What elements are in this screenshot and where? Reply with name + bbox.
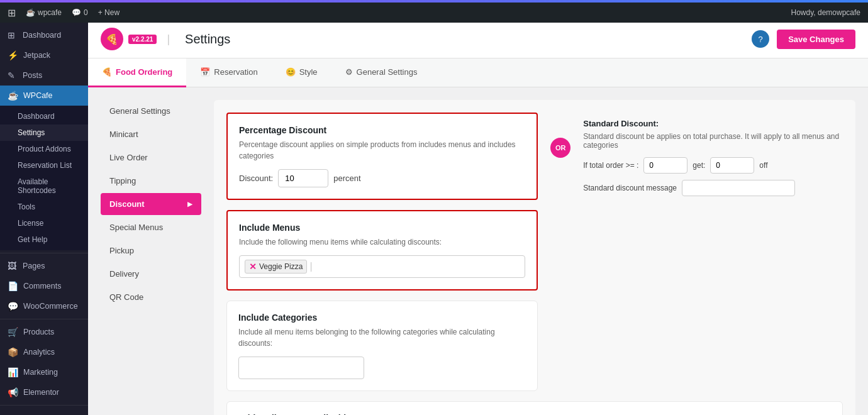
tab-general-settings-icon: ⚙ <box>345 67 353 77</box>
submenu-item-shortcodes[interactable]: Available Shortcodes <box>0 174 88 199</box>
site-name: wpcafe <box>38 8 62 17</box>
submenu-reservation-list-label: Reservation List <box>18 161 72 170</box>
admin-bar: ⊞ ☕ wpcafe 💬 0 + New Howdy, demowpcafe <box>0 3 868 23</box>
submenu-item-get-help[interactable]: Get Help <box>0 231 88 248</box>
sidebar-item-dashboard[interactable]: ⊞ Dashboard <box>0 25 88 45</box>
submenu-item-reservation-list[interactable]: Reservation List <box>0 157 88 174</box>
submenu-get-help-label: Get Help <box>18 235 47 244</box>
sidebar-item-label-marketing: Elementor <box>23 388 59 397</box>
marketing-icon: 📢 <box>8 387 18 397</box>
tabs-bar: 🍕 Food Ordering 📅 Reservation 😊 Style ⚙ … <box>88 58 868 87</box>
left-nav-qr-code[interactable]: QR Code <box>101 286 201 308</box>
tag-remove-icon[interactable]: ✕ <box>249 262 257 272</box>
sidebar-item-label-wpcafe: WPCafe <box>23 91 53 100</box>
sidebar-item-posts[interactable]: ✎ Posts <box>0 65 88 86</box>
sidebar-item-woocommerce[interactable]: 🛒 Products <box>0 322 88 342</box>
cursor-indicator: | <box>309 261 312 272</box>
main-content: 🍕 v2.2.21 | Settings ? Save Changes 🍕 Fo… <box>88 20 868 415</box>
sidebar-item-elementor[interactable]: ✦ Templates <box>0 408 88 415</box>
if-total-order-input[interactable] <box>643 157 687 174</box>
standard-discount-desc: Standard discount be applies on total pu… <box>583 132 843 150</box>
std-msg-input[interactable] <box>682 180 795 196</box>
site-icon: ☕ <box>26 8 35 17</box>
addon-discount-section: Addon discount applicable to? You can se… <box>226 401 843 415</box>
submenu-product-addons-label: Product Addons <box>18 145 71 153</box>
sidebar-item-label-comments: WooCommerce <box>23 302 78 311</box>
discount-two-col: Percentage Discount Percentage discount … <box>226 113 843 401</box>
std-msg-label: Standard discount message <box>583 184 677 192</box>
help-icon: ? <box>759 35 763 44</box>
sidebar-item-wpcafe[interactable]: ☕ WPCafe <box>0 86 88 106</box>
include-menus-title: Include Menus <box>239 223 525 233</box>
left-nav-special-menus[interactable]: Special Menus <box>101 216 201 238</box>
tab-style[interactable]: 😊 Style <box>272 58 331 87</box>
submenu-item-product-addons[interactable]: Product Addons <box>0 141 88 157</box>
divider-pipe: | <box>167 33 170 46</box>
left-nav-discount[interactable]: Discount <box>101 193 201 215</box>
submenu-license-label: License <box>18 219 43 228</box>
off-label: off <box>759 161 767 170</box>
or-badge: OR <box>550 138 570 158</box>
media-icon: 🖼 <box>8 261 18 271</box>
sidebar: ⊞ Dashboard ⚡ Jetpack ✎ Posts ☕ WPCafe D… <box>0 20 88 415</box>
tab-reservation[interactable]: 📅 Reservation <box>186 58 271 87</box>
posts-icon: ✎ <box>8 70 18 80</box>
new-item[interactable]: + New <box>98 8 120 17</box>
left-nav-minicart[interactable]: Minicart <box>101 123 201 145</box>
left-nav-pickup[interactable]: Pickup <box>101 240 201 262</box>
page-title: Settings <box>185 32 230 47</box>
submenu-shortcodes-label: Available Shortcodes <box>18 177 56 195</box>
submenu-item-tools[interactable]: Tools <box>0 199 88 215</box>
tab-food-ordering-label: Food Ordering <box>116 67 172 77</box>
percentage-discount-title: Percentage Discount <box>239 125 525 135</box>
save-changes-header-button[interactable]: Save Changes <box>777 30 855 49</box>
howdy-text: Howdy, demowpcafe <box>791 8 861 17</box>
left-nav-general-settings[interactable]: General Settings <box>101 100 201 122</box>
wpcafe-logo: 🍕 v2.2.21 <box>101 28 157 50</box>
tab-general-settings[interactable]: ⚙ General Settings <box>331 58 431 87</box>
left-nav-tipping[interactable]: Tipping <box>101 170 201 192</box>
discount-label: Discount: <box>239 174 273 183</box>
sidebar-item-products[interactable]: 📦 Analytics <box>0 342 88 362</box>
wpcafe-icon: ☕ <box>8 91 18 101</box>
left-nav: General Settings Minicart Live Order Tip… <box>101 100 201 415</box>
sidebar-item-label-dashboard: Dashboard <box>23 31 61 40</box>
tag-label: Veggie Pizza <box>259 262 303 271</box>
comments-icon: 💬 <box>72 8 81 17</box>
sidebar-item-marketing[interactable]: 📢 Elementor <box>0 382 88 402</box>
help-button[interactable]: ? <box>752 30 769 48</box>
sidebar-item-pages[interactable]: 📄 Comments <box>0 276 88 296</box>
wp-logo-item[interactable]: ⊞ <box>8 7 16 19</box>
sidebar-item-jetpack[interactable]: ⚡ Jetpack <box>0 45 88 65</box>
tab-food-ordering[interactable]: 🍕 Food Ordering <box>88 58 186 87</box>
left-nav-live-order[interactable]: Live Order <box>101 147 201 169</box>
tab-reservation-icon: 📅 <box>200 67 210 77</box>
jetpack-icon: ⚡ <box>8 50 18 60</box>
get-label: get: <box>693 161 705 170</box>
left-nav-delivery[interactable]: Delivery <box>101 263 201 285</box>
comments-item[interactable]: 💬 0 <box>72 8 88 17</box>
wpcafe-logo-icon: 🍕 <box>101 28 123 50</box>
get-value-input[interactable] <box>710 157 754 174</box>
discount-value-input[interactable] <box>278 169 328 187</box>
sidebar-item-media[interactable]: 🖼 Pages <box>0 256 88 276</box>
submenu-item-license[interactable]: License <box>0 215 88 231</box>
submenu-settings-label: Settings <box>18 128 45 137</box>
site-name-item[interactable]: ☕ wpcafe <box>26 8 62 17</box>
pages-icon: 📄 <box>8 281 18 291</box>
submenu-item-dashboard[interactable]: Dashboard <box>0 108 88 124</box>
sidebar-item-analytics[interactable]: 📊 Marketing <box>0 362 88 382</box>
include-menus-tag-input[interactable]: ✕ Veggie Pizza | <box>239 255 525 278</box>
tab-style-icon: 😊 <box>286 67 296 77</box>
sidebar-item-label-products: Analytics <box>23 348 55 357</box>
sidebar-item-comments[interactable]: 💬 WooCommerce <box>0 296 88 316</box>
new-label: + New <box>98 8 120 17</box>
standard-discount-order-row: If total order >= : get: off <box>583 157 843 174</box>
include-categories-tag-input[interactable] <box>238 357 364 379</box>
include-categories-section: Include Categories Include all menu item… <box>226 301 538 391</box>
discount-row: Discount: percent <box>239 169 525 187</box>
sidebar-item-label-analytics: Marketing <box>23 368 58 377</box>
include-menus-desc: Include the following menu items while c… <box>239 236 525 248</box>
submenu-item-settings[interactable]: Settings <box>0 124 88 141</box>
if-total-order-label: If total order >= : <box>583 161 638 170</box>
